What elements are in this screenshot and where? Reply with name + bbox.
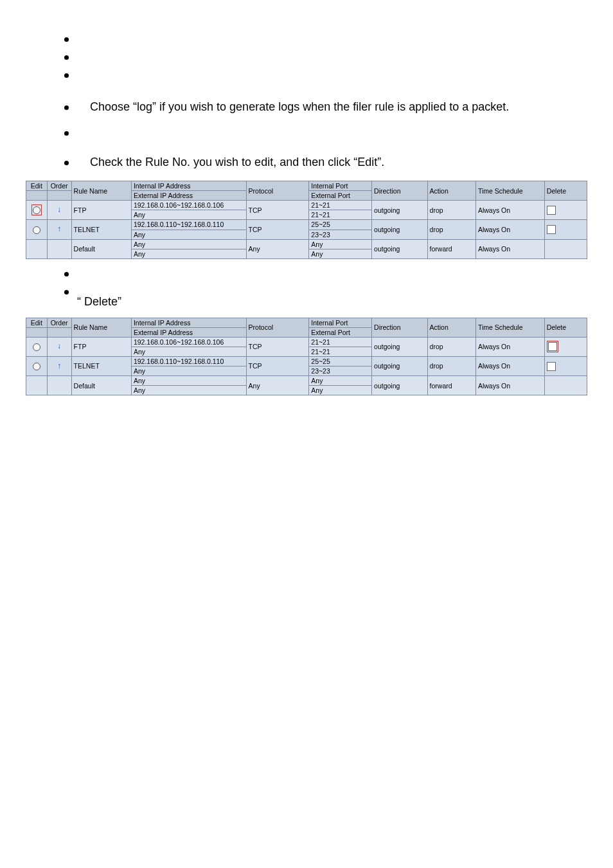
time-schedule: Always On: [475, 376, 544, 395]
action: drop: [427, 220, 475, 239]
highlight-box: [31, 204, 42, 215]
th-edit: Edit: [26, 318, 48, 327]
th-rule-name: Rule Name: [71, 318, 131, 337]
edit-radio[interactable]: [33, 226, 40, 234]
th-external-ip: External IP Address: [131, 327, 246, 337]
th-external-ip: External IP Address: [131, 191, 246, 201]
th-protocol: Protocol: [246, 181, 309, 201]
action: forward: [427, 239, 475, 258]
delete-checkbox[interactable]: [547, 206, 556, 215]
delete-checkbox[interactable]: [547, 225, 556, 234]
internal-port: 21~21: [309, 337, 372, 347]
edit-radio[interactable]: [33, 206, 40, 214]
action: forward: [427, 376, 475, 395]
table-row: Default Any Any Any outgoing forward Alw…: [26, 239, 587, 249]
internal-port: 21~21: [309, 201, 372, 210]
internal-port: 25~25: [309, 220, 372, 230]
direction: outgoing: [372, 220, 428, 239]
arrow-up-icon[interactable]: ↑: [57, 362, 61, 371]
internal-port: 25~25: [309, 356, 372, 366]
rule-name: Default: [71, 376, 131, 395]
th-internal-port: Internal Port: [309, 181, 372, 191]
internal-port: Any: [309, 376, 372, 386]
table-row: ↑ TELNET 192.168.0.110~192.168.0.110 TCP…: [26, 356, 587, 366]
external-port: Any: [309, 386, 372, 395]
bullet-empty: [64, 126, 587, 144]
external-ip: Any: [131, 347, 246, 356]
external-port: 23~23: [309, 366, 372, 376]
direction: outgoing: [372, 337, 428, 356]
external-ip: Any: [131, 366, 246, 376]
protocol: TCP: [246, 220, 309, 239]
th-direction: Direction: [372, 181, 428, 201]
th-protocol: Protocol: [246, 318, 309, 337]
protocol: Any: [246, 239, 309, 258]
internal-port: Any: [309, 239, 372, 249]
arrow-down-icon[interactable]: ↓: [57, 342, 61, 351]
th-action: Action: [427, 181, 475, 201]
table-row: Default Any Any Any outgoing forward Alw…: [26, 376, 587, 386]
delete-checkbox[interactable]: [547, 362, 556, 371]
direction: outgoing: [372, 239, 428, 258]
arrow-up-icon[interactable]: ↑: [57, 225, 61, 234]
external-port: 21~21: [309, 210, 372, 220]
th-order: Order: [47, 181, 71, 191]
action: drop: [427, 356, 475, 375]
delete-line: “ Delete”: [77, 295, 587, 309]
th-delete: Delete: [544, 318, 587, 337]
external-port: Any: [309, 249, 372, 258]
external-ip: Any: [131, 210, 246, 220]
th-rule-name: Rule Name: [71, 181, 131, 201]
th-delete: Delete: [544, 181, 587, 201]
internal-ip: Any: [131, 376, 246, 386]
th-action: Action: [427, 318, 475, 337]
th-external-port: External Port: [309, 327, 372, 337]
time-schedule: Always On: [475, 356, 544, 375]
edit-radio[interactable]: [33, 343, 40, 351]
rule-name: Default: [71, 239, 131, 258]
th-external-port: External Port: [309, 191, 372, 201]
rule-name: FTP: [71, 201, 131, 220]
external-ip: Any: [131, 249, 246, 258]
th-internal-ip: Internal IP Address: [131, 318, 246, 327]
th-direction: Direction: [372, 318, 428, 337]
th-internal-ip: Internal IP Address: [131, 181, 246, 191]
rules-table-delete: Edit Order Rule Name Internal IP Address…: [26, 318, 587, 396]
arrow-down-icon[interactable]: ↓: [57, 206, 61, 215]
table-row: ↑ TELNET 192.168.0.110~192.168.0.110 TCP…: [26, 220, 587, 230]
internal-ip: 192.168.0.110~192.168.0.110: [131, 220, 246, 230]
internal-ip: 192.168.0.106~192.168.0.106: [131, 337, 246, 347]
bullet-empty: [64, 32, 587, 50]
delete-checkbox[interactable]: [548, 342, 557, 351]
rule-name: TELNET: [71, 356, 131, 375]
bullet-empty: [64, 50, 587, 68]
time-schedule: Always On: [475, 201, 544, 220]
bullet-empty: [64, 267, 587, 285]
table-row: ↓ FTP 192.168.0.106~192.168.0.106 TCP 21…: [26, 201, 587, 210]
external-ip: Any: [131, 230, 246, 239]
time-schedule: Always On: [475, 239, 544, 258]
protocol: Any: [246, 376, 309, 395]
th-time: Time Schedule: [475, 181, 544, 201]
th-order: Order: [47, 318, 71, 327]
internal-ip: 192.168.0.106~192.168.0.106: [131, 201, 246, 210]
th-time: Time Schedule: [475, 318, 544, 337]
direction: outgoing: [372, 376, 428, 395]
rules-table-edit: Edit Order Rule Name Internal IP Address…: [26, 181, 587, 259]
time-schedule: Always On: [475, 337, 544, 356]
bullet-log: Choose “log” if you wish to generate log…: [64, 100, 587, 114]
rule-name: FTP: [71, 337, 131, 356]
action: drop: [427, 201, 475, 220]
edit-radio[interactable]: [33, 363, 40, 370]
direction: outgoing: [372, 356, 428, 375]
external-ip: Any: [131, 386, 246, 395]
highlight-box: [547, 341, 558, 352]
action: drop: [427, 337, 475, 356]
protocol: TCP: [246, 337, 309, 356]
protocol: TCP: [246, 356, 309, 375]
bullet-empty: [64, 68, 587, 86]
internal-ip: 192.168.0.110~192.168.0.110: [131, 356, 246, 366]
protocol: TCP: [246, 201, 309, 220]
internal-ip: Any: [131, 239, 246, 249]
th-internal-port: Internal Port: [309, 318, 372, 327]
